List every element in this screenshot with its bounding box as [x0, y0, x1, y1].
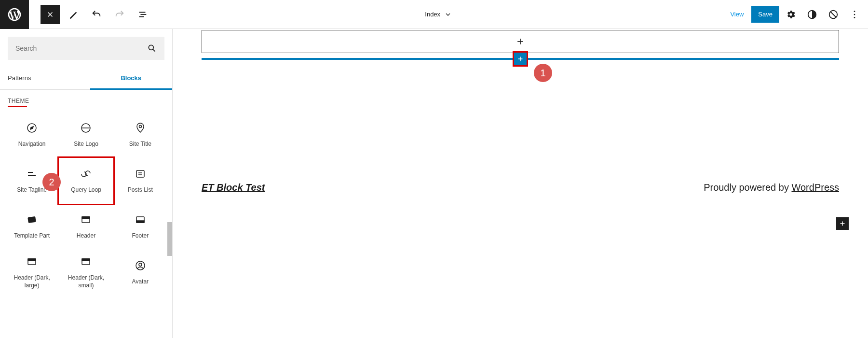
- avatar-icon: [135, 260, 146, 271]
- svg-point-10: [854, 17, 855, 18]
- annotation-badge-2: 2: [42, 173, 61, 191]
- svg-line-12: [153, 49, 155, 52]
- template-icon: [26, 214, 38, 225]
- block-item-query-loop[interactable]: Query Loop: [59, 158, 113, 204]
- footer-credit: Proudly powered by WordPress: [704, 182, 839, 193]
- wordpress-link[interactable]: WordPress: [791, 182, 839, 193]
- document-overview-button[interactable]: [133, 5, 152, 24]
- loop-icon: [80, 168, 92, 180]
- svg-rect-24: [82, 217, 90, 219]
- block-item-label: Footer: [132, 232, 149, 240]
- wordpress-logo[interactable]: [0, 0, 29, 29]
- svg-point-16: [139, 125, 141, 127]
- svg-point-32: [139, 263, 142, 266]
- svg-marker-14: [30, 127, 33, 129]
- block-item-label: Header (Dark, large): [7, 274, 57, 289]
- save-button[interactable]: Save: [751, 6, 779, 23]
- block-item-site-title[interactable]: Site Title: [113, 112, 167, 158]
- inserter-tabs: Patterns Blocks: [0, 68, 172, 90]
- svg-rect-26: [136, 221, 144, 223]
- svg-line-7: [831, 12, 836, 17]
- block-item-avatar[interactable]: Avatar: [113, 250, 167, 296]
- header-icon: [80, 214, 92, 225]
- block-item-footer[interactable]: Footer: [113, 204, 167, 250]
- list-icon: [135, 168, 146, 180]
- block-item-label: Header (Dark, small): [61, 274, 111, 289]
- footer-icon: [135, 214, 146, 225]
- block-insertion-indicator: 1: [202, 58, 839, 60]
- toggle-inserter-button[interactable]: [41, 5, 60, 24]
- search-input[interactable]: [15, 44, 147, 52]
- styles-button[interactable]: [802, 5, 822, 24]
- block-item-label: Site Title: [129, 141, 151, 148]
- svg-rect-22: [27, 216, 36, 223]
- tab-patterns[interactable]: Patterns: [0, 68, 90, 89]
- block-item-label: Query Loop: [71, 186, 101, 194]
- svg-point-8: [854, 11, 855, 12]
- insert-block-button[interactable]: [514, 53, 527, 65]
- topbar: Index View Save: [0, 0, 868, 29]
- pin-icon: [135, 122, 146, 134]
- svg-rect-28: [28, 259, 36, 261]
- floating-add-block-button[interactable]: [836, 217, 849, 230]
- svg-rect-30: [82, 259, 90, 261]
- search-icon: [147, 43, 157, 53]
- block-item-label: Avatar: [132, 278, 149, 286]
- block-item-posts-list[interactable]: Posts List: [113, 158, 167, 204]
- block-item-template-part[interactable]: Template Part: [5, 204, 59, 250]
- block-item-label: Template Part: [14, 232, 50, 240]
- site-title-link[interactable]: ET Block Test: [202, 182, 265, 193]
- block-item-header-dark-small-[interactable]: Header (Dark, small): [59, 250, 113, 296]
- block-item-navigation[interactable]: Navigation: [5, 112, 59, 158]
- svg-point-9: [854, 14, 855, 15]
- scrollbar-thumb[interactable]: [167, 222, 172, 256]
- header-icon: [26, 256, 38, 268]
- block-item-label: Navigation: [18, 141, 46, 148]
- site-logo-icon: [80, 122, 92, 134]
- redo-button[interactable]: [110, 5, 129, 24]
- block-item-label: Header: [77, 232, 95, 240]
- tagline-icon: [26, 168, 38, 180]
- annotation-badge-1: 1: [534, 64, 552, 82]
- block-item-label: Posts List: [128, 186, 153, 194]
- chevron-down-icon: [444, 11, 452, 18]
- view-options-button[interactable]: [824, 5, 843, 24]
- topbar-right: View Save: [724, 5, 868, 24]
- header-icon: [80, 256, 92, 268]
- topbar-left: [0, 0, 152, 29]
- block-item-site-logo[interactable]: Site Logo: [59, 112, 113, 158]
- block-item-label: Site Tagline: [17, 186, 47, 194]
- tab-blocks[interactable]: Blocks: [90, 68, 173, 90]
- undo-button[interactable]: [87, 5, 106, 24]
- compass-icon: [26, 122, 38, 134]
- plus-icon: [515, 37, 525, 46]
- settings-button[interactable]: [781, 5, 800, 24]
- document-title-dropdown[interactable]: Index: [425, 11, 452, 18]
- block-item-header-dark-large-[interactable]: Header (Dark, large): [5, 250, 59, 296]
- block-grid: NavigationSite LogoSite TitleSite Taglin…: [0, 112, 172, 305]
- block-item-label: Site Logo: [74, 141, 98, 148]
- editor-canvas: 1 ET Block Test Proudly powered by WordP…: [173, 29, 868, 338]
- search-input-wrap[interactable]: [8, 37, 164, 60]
- site-footer: ET Block Test Proudly powered by WordPre…: [202, 182, 839, 193]
- empty-block-appender[interactable]: [202, 30, 839, 53]
- tools-button[interactable]: [64, 5, 83, 24]
- document-title: Index: [425, 11, 440, 18]
- inserter-panel: Patterns Blocks THEME NavigationSite Log…: [0, 29, 173, 338]
- more-options-button[interactable]: [845, 5, 864, 24]
- section-theme-heading: THEME: [0, 90, 172, 112]
- svg-rect-19: [136, 170, 144, 177]
- svg-point-11: [149, 45, 153, 50]
- view-link[interactable]: View: [724, 7, 749, 22]
- block-item-header[interactable]: Header: [59, 204, 113, 250]
